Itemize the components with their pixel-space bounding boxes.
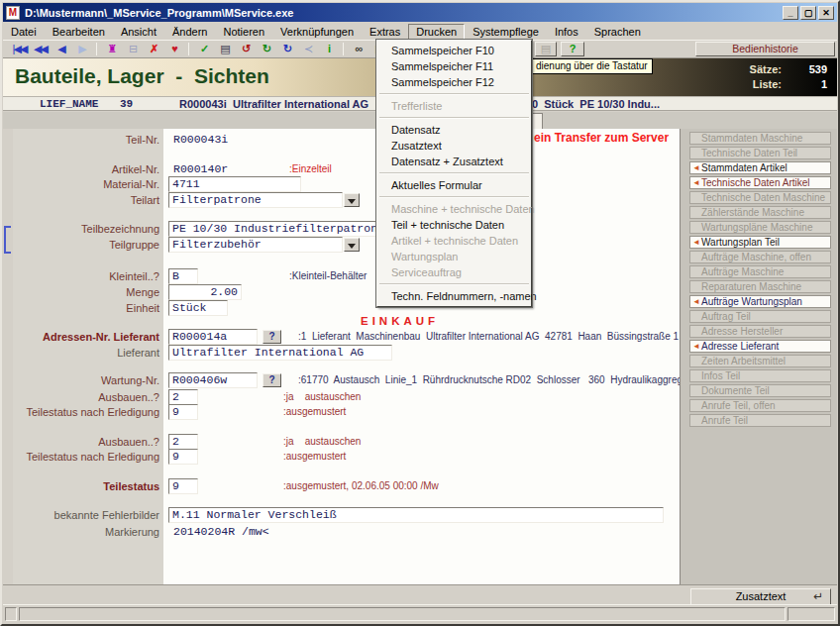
info-icon[interactable]: i xyxy=(318,41,339,57)
fehlerbilder-input[interactable]: M.11 Normaler Verschleiß xyxy=(168,507,664,523)
minimize-button[interactable]: _ xyxy=(783,6,798,20)
toolbar-separator xyxy=(188,43,189,55)
bedienhistorie-button[interactable]: Bedienhistorie xyxy=(695,42,835,56)
kleinteil-input[interactable]: B xyxy=(168,268,198,284)
status-erledigung-1-input[interactable]: 9 xyxy=(168,404,198,420)
record-field-number: 39 xyxy=(120,97,133,111)
menu-separator xyxy=(379,172,529,174)
favorite-icon[interactable]: ♥ xyxy=(163,41,184,57)
adressen-nr-lookup-button[interactable]: ? xyxy=(262,330,281,344)
material-nr-input[interactable]: 4711 xyxy=(168,176,301,192)
toolbar-separator xyxy=(96,43,97,55)
menubar: DateiBearbeitenAnsichtÄndernNotierenVerk… xyxy=(3,23,837,40)
menu-datei[interactable]: Datei xyxy=(3,24,45,40)
sidebar-button-label: Technische Daten Maschine xyxy=(701,192,825,203)
maximize-button[interactable]: ▢ xyxy=(800,6,816,20)
sidebar-button-zeiten-arbeitsmittel: Zeiten Arbeitsmittel xyxy=(689,355,831,367)
teilbezeichnung-input[interactable]: PE 10/30 Industriefilterpatrone xyxy=(168,221,378,237)
lieferant-input[interactable]: Ultrafilter International AG xyxy=(168,345,392,361)
sidebar-button-technische-daten-artikel[interactable]: ◄Technische Daten Artikel xyxy=(689,176,831,189)
refresh-green-icon[interactable]: ↻ xyxy=(256,41,276,57)
ausbauen-1-label: Ausbauen..? xyxy=(8,389,159,405)
menu-item-sammelspeicher-f11[interactable]: Sammelspeicher F11 xyxy=(378,58,530,74)
sidebar-button-stammdaten-artikel[interactable]: ◄Stammdaten Artikel xyxy=(689,161,831,174)
sidebar-button-anrufe-teil: Anrufe Teil xyxy=(689,414,831,427)
artikel-nr-value: R000140r xyxy=(173,161,228,177)
menu-verknüpfungen[interactable]: Verknüpfungen xyxy=(272,24,362,40)
menu-bearbeiten[interactable]: Bearbeiten xyxy=(45,24,113,40)
menu-item-datensatz[interactable]: Datensatz xyxy=(378,122,530,138)
sidebar-button-wartungsplan-teil[interactable]: ◄Wartungsplan Teil xyxy=(689,236,831,249)
menu-item-techn-feldnummern-namen[interactable]: Techn. Feldnummern, -namen xyxy=(378,288,530,304)
teilgruppe-label: Teilgruppe xyxy=(8,237,159,253)
sidebar-button-label: Aufträge Maschine, offen xyxy=(701,252,811,262)
adressen-nr-annotation: :1 Lieferant Maschinenbau Ultrafilter In… xyxy=(298,329,679,345)
menu-item-sammelspeicher-f10[interactable]: Sammelspeicher F10 xyxy=(378,43,530,58)
menu-item-serviceauftrag: Serviceauftrag xyxy=(378,264,530,280)
status-erledigung-2-input[interactable]: 9 xyxy=(168,449,198,465)
menu-infos[interactable]: Infos xyxy=(547,24,586,40)
saetze-label: Sätze: xyxy=(750,63,782,75)
menu-systempflege[interactable]: Systempflege xyxy=(465,24,547,40)
refresh-blue-icon[interactable]: ↻ xyxy=(276,41,297,57)
teilestatus-input[interactable]: 9 xyxy=(168,478,198,494)
print-icon[interactable]: ▤ xyxy=(535,42,557,56)
wartung-nr-label: Wartung-Nr. xyxy=(8,372,159,388)
sidebar-button-auftrag-teil: Auftrag Teil xyxy=(689,310,831,323)
record-id: R000043i xyxy=(179,97,227,111)
nav-next-icon[interactable]: ▶ xyxy=(71,41,92,57)
menu-drucken[interactable]: Drucken xyxy=(408,24,465,40)
ausbauen-2-input[interactable]: 2 xyxy=(168,434,198,450)
menu-item-aktuelles-formular[interactable]: Aktuelles Formular xyxy=(378,177,530,193)
menu-item-datensatz-zusatztext[interactable]: Datensatz + Zusatztext xyxy=(378,154,530,169)
nav-prev-fast-icon[interactable]: ◀◀ xyxy=(30,41,51,57)
menu-item-artikel-technische-daten: Artikel + technische Daten xyxy=(378,233,530,249)
active-arrow-icon: ◄ xyxy=(692,341,700,352)
sidebar-button-aufträge-wartungsplan[interactable]: ◄Aufträge Wartungsplan xyxy=(689,295,831,308)
sidebar-button-adresse-lieferant[interactable]: ◄Adresse Lieferant xyxy=(689,340,831,353)
teilart-select[interactable]: Filterpatrone xyxy=(168,192,343,208)
menge-input[interactable]: 2.00 xyxy=(168,284,242,300)
adressen-nr-input[interactable]: R000014a xyxy=(168,329,258,345)
refresh-red-icon[interactable]: ↺ xyxy=(235,41,256,57)
menu-item-wartungsplan: Wartungsplan xyxy=(378,249,530,264)
close-button[interactable]: ✕ xyxy=(818,6,834,20)
artikel-nr-annotation: :Einzelteil xyxy=(289,161,332,177)
menu-item-sammelspeicher-f12[interactable]: Sammelspeicher F12 xyxy=(378,74,530,90)
teilart-dropdown-icon[interactable] xyxy=(344,193,360,207)
menu-ändern[interactable]: Ändern xyxy=(164,24,215,40)
sidebar-button-dokumente-teil: Dokumente Teil xyxy=(689,384,831,397)
sidebar-button-label: Technische Daten Artikel xyxy=(701,177,810,188)
menu-item-trefferliste: Trefferliste xyxy=(378,98,530,114)
nav-first-icon[interactable]: |◀◀ xyxy=(9,41,30,57)
active-arrow-icon: ◄ xyxy=(692,237,700,248)
liste-label: Liste: xyxy=(753,78,782,90)
teilgruppe-dropdown-icon[interactable] xyxy=(344,238,360,252)
teilgruppe-select[interactable]: Filterzubehör xyxy=(168,237,343,253)
status-erledigung-1-label: Teilestatus nach Erledigung xyxy=(8,404,159,420)
sidebar-button-label: Zeiten Arbeitsmittel xyxy=(701,356,786,366)
ausbauen-1-input[interactable]: 2 xyxy=(168,389,198,405)
tree-view-icon[interactable]: ⊟ xyxy=(122,41,143,57)
menu-notieren[interactable]: Notieren xyxy=(215,24,272,40)
branch-icon[interactable]: ≺ xyxy=(297,41,318,57)
nav-prev-icon[interactable]: ◀ xyxy=(51,41,71,57)
menu-item-zusatztext[interactable]: Zusatztext xyxy=(378,138,530,154)
teilart-label: Teilart xyxy=(8,192,159,208)
menu-sprachen[interactable]: Sprachen xyxy=(586,24,649,40)
sidebar-button-label: Stammdaten Maschine xyxy=(701,133,802,144)
menu-item-teil-technische-daten[interactable]: Teil + technische Daten xyxy=(378,217,530,233)
wartung-nr-input[interactable]: R000406w xyxy=(168,372,258,388)
einheit-input[interactable]: Stück xyxy=(168,300,228,316)
wartung-nr-lookup-button[interactable]: ? xyxy=(262,373,281,387)
menu-ansicht[interactable]: Ansicht xyxy=(113,24,164,40)
binoculars-icon[interactable]: ∞ xyxy=(348,41,368,57)
stamp-icon[interactable]: ♜ xyxy=(101,41,122,57)
drucken-menu: Sammelspeicher F10Sammelspeicher F11Samm… xyxy=(376,40,532,307)
adressen-nr-label: Adressen-Nr. Lieferant xyxy=(8,329,159,345)
form-icon[interactable]: ▤ xyxy=(214,41,235,57)
delete-icon[interactable]: ✗ xyxy=(143,41,163,57)
menu-extras[interactable]: Extras xyxy=(362,24,408,40)
confirm-icon[interactable]: ✓ xyxy=(193,41,214,57)
help-button[interactable]: ? xyxy=(561,42,584,56)
